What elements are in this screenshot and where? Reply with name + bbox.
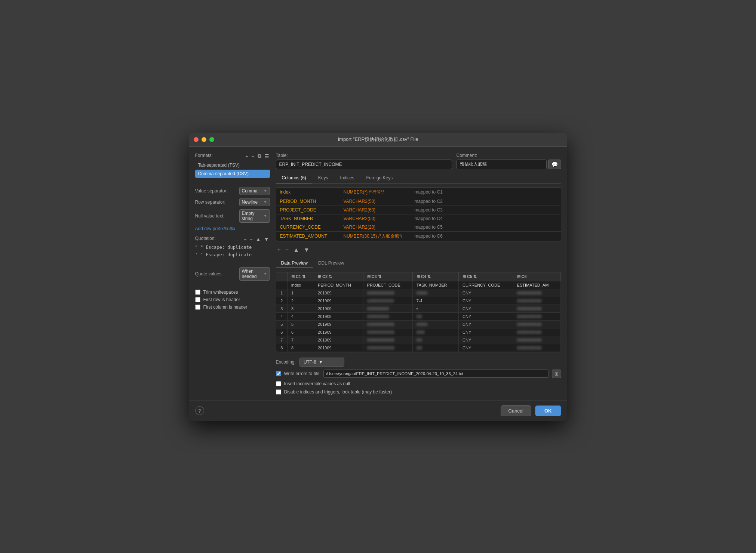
column-row-amount: ESTIMATED_AMOUNT NUMBER(30,15) /*入账金额*/ … (276, 232, 561, 241)
remove-quotation-button[interactable]: − (249, 236, 253, 242)
formats-label: Formats: (195, 153, 213, 158)
add-row-prefix-link[interactable]: Add row prefix/suffix (195, 226, 236, 231)
col-name-amount: ESTIMATED_AMOUNT (280, 234, 340, 239)
comment-button[interactable]: 💬 (548, 160, 561, 169)
close-button[interactable] (194, 137, 199, 142)
formats-toolbar: + − ⧉ ☰ (245, 153, 270, 159)
comment-row: 💬 (457, 160, 561, 169)
preview-tabs: Data Preview DDL Preview (276, 259, 561, 268)
menu-format-button[interactable]: ☰ (264, 153, 270, 159)
th-c4: ⊞ C4 ⇅ (412, 272, 458, 281)
tab-data-preview[interactable]: Data Preview (276, 259, 313, 268)
col-mapped-index: mapped to C1 (415, 189, 443, 195)
title-bar: Import "ERP预估初始化数据.csv" File (189, 133, 567, 147)
minimize-button[interactable] (202, 137, 206, 142)
remove-format-button[interactable]: − (251, 153, 255, 159)
tab-columns[interactable]: Columns (6) (276, 173, 312, 183)
col-down-btn[interactable]: ▼ (302, 247, 311, 253)
encoding-select[interactable]: UTF-8 ▼ (299, 358, 344, 367)
th-rownum (276, 272, 288, 281)
col-type-currency: VARCHAR2(20) (344, 225, 411, 230)
traffic-lights (194, 137, 214, 142)
tab-foreign-keys[interactable]: Foreign Keys (360, 173, 399, 183)
format-tsv[interactable]: Tab-separated (TSV) (195, 161, 270, 169)
disable-indices-label: Disable indices and triggers, lock table… (284, 389, 392, 395)
write-errors-row: Write errors to file: ⊞ (276, 370, 561, 378)
down-quotation-button[interactable]: ▼ (263, 236, 270, 242)
encoding-row: Encoding: UTF-8 ▼ (276, 358, 561, 367)
write-errors-checkbox[interactable] (276, 371, 281, 376)
column-row-project: PROJECT_CODE VARCHAR2(60) mapped to C3 (276, 206, 561, 214)
import-dialog: Import "ERP预估初始化数据.csv" File Formats: + … (189, 133, 567, 421)
insert-inconvertible-row: Insert inconvertible values as null (276, 381, 561, 386)
quotation-section: Quotation: + − ▲ ▼ " " Escape: duplicate… (195, 236, 270, 263)
col-name-project: PROJECT_CODE (280, 207, 340, 213)
format-csv[interactable]: Comma-separated (CSV) (195, 170, 270, 178)
maximize-button[interactable] (209, 137, 214, 142)
bottom-section: Encoding: UTF-8 ▼ Write errors to file: … (276, 356, 561, 395)
value-separator-row: Value separator: Comma ▼ (195, 187, 270, 195)
ok-button[interactable]: OK (535, 405, 561, 416)
row-separator-label: Row separator: (195, 200, 236, 205)
table-row: 5 5 201909 XXXXXXXXXX XXXX CNY XXXXXXXXX (276, 320, 561, 328)
col-type-task: VARCHAR2(50) (344, 216, 411, 221)
col-remove-btn[interactable]: − (284, 247, 290, 253)
add-quotation-button[interactable]: + (243, 236, 247, 242)
trim-whitespaces-checkbox[interactable] (195, 290, 200, 295)
column-row-currency: CURRENCY_CODE VARCHAR2(20) mapped to C5 (276, 223, 561, 232)
error-file-path-input[interactable] (323, 370, 548, 378)
browse-button[interactable]: ⊞ (552, 370, 561, 378)
null-value-label: Null value text: (195, 213, 236, 219)
write-errors-label: Write errors to file: (284, 371, 321, 376)
col-add-btn[interactable]: + (276, 247, 282, 253)
col-up-btn[interactable]: ▲ (292, 247, 301, 253)
insert-inconvertible-checkbox[interactable] (276, 381, 281, 386)
table-label: Table: (276, 153, 452, 158)
column-toolbar: + − ▲ ▼ (276, 245, 561, 255)
quote-values-label: Quote values: (195, 271, 236, 276)
tab-indices[interactable]: Indices (334, 173, 360, 183)
table-input[interactable] (276, 160, 452, 169)
col-type-project: VARCHAR2(60) (344, 207, 411, 213)
help-button[interactable]: ? (195, 406, 204, 415)
comment-input[interactable] (457, 160, 547, 169)
row-separator-row: Row separator: Newline ▼ (195, 198, 270, 206)
null-value-select[interactable]: Empty string ▼ (239, 209, 270, 223)
col-name-currency: CURRENCY_CODE (280, 225, 340, 230)
row-separator-arrow: ▼ (264, 200, 267, 204)
cancel-button[interactable]: Cancel (501, 405, 531, 416)
copy-format-button[interactable]: ⧉ (257, 153, 262, 159)
add-format-button[interactable]: + (245, 153, 249, 159)
th-c6: ⊞ C6 (513, 272, 560, 281)
formats-header: Formats: + − ⧉ ☰ (195, 153, 270, 160)
format-list: Tab-separated (TSV) Comma-separated (CSV… (195, 161, 270, 178)
first-row-header-checkbox[interactable] (195, 297, 200, 302)
value-separator-select[interactable]: Comma ▼ (239, 187, 270, 195)
th-c1: ⊞ C1 ⇅ (288, 272, 314, 281)
insert-inconvertible-label: Insert inconvertible values as null (284, 381, 350, 386)
comment-section: Comment: 💬 (457, 153, 561, 169)
quote-values-select[interactable]: When needed ▼ (239, 267, 270, 281)
col-mapped-currency: mapped to C5 (415, 225, 443, 230)
first-row-header-label: First row is header (203, 297, 240, 302)
tab-keys[interactable]: Keys (312, 173, 334, 183)
col-type-period: VARCHAR2(50) (344, 199, 411, 204)
col-name-task: TASK_NUMBER (280, 216, 340, 221)
col-type-index: NUMBER(*) /*行号*/ (344, 189, 411, 195)
tab-ddl-preview[interactable]: DDL Preview (313, 259, 350, 268)
window-title: Import "ERP预估初始化数据.csv" File (338, 136, 418, 143)
disable-indices-checkbox[interactable] (276, 389, 281, 395)
first-col-header-checkbox[interactable] (195, 305, 200, 310)
row-separator-select[interactable]: Newline ▼ (239, 198, 270, 206)
trim-whitespaces-row: Trim whitespaces (195, 290, 270, 295)
quote-values-section: Quote values: When needed ▼ (195, 267, 270, 281)
data-table-wrapper[interactable]: ⊞ C1 ⇅ ⊞ C2 ⇅ ⊞ C3 ⇅ ⊞ C4 ⇅ ⊞ C5 ⇅ ⊞ C6 … (276, 272, 561, 352)
col-mapped-period: mapped to C2 (415, 199, 443, 204)
disable-indices-row: Disable indices and triggers, lock table… (276, 389, 561, 395)
table-row: 4 4 201909 XXXXXXXX XX CNY XXXXXXXXX (276, 312, 561, 320)
quotation-item-1: " " Escape: duplicate (195, 244, 270, 251)
up-quotation-button[interactable]: ▲ (255, 236, 262, 242)
table-row: 1 1 201909 XXXXXXXXXX XXXX CNY XXXXXXXXX (276, 289, 561, 297)
data-table: ⊞ C1 ⇅ ⊞ C2 ⇅ ⊞ C3 ⇅ ⊞ C4 ⇅ ⊞ C5 ⇅ ⊞ C6 … (276, 272, 561, 352)
quotation-item-2: ' ' Escape: duplicate (195, 251, 270, 258)
